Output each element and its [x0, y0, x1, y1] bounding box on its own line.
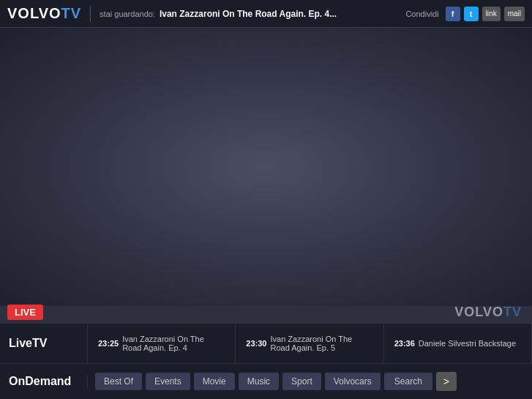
ondemand-movie-button[interactable]: Movie: [194, 373, 235, 390]
share-link-button[interactable]: link: [482, 7, 501, 21]
ondemand-buttons: Best Of Events Movie Music Sport Volvoca…: [88, 372, 532, 391]
ondemand-music-button[interactable]: Music: [239, 373, 279, 390]
stai-label: stai guardando:: [100, 10, 155, 18]
ondemand-volvocars-button[interactable]: Volvocars: [325, 373, 381, 390]
now-playing-title: Ivan Zazzaroni On The Road Again. Ep. 4.…: [160, 9, 337, 19]
livetv-time-3: 23:36: [394, 339, 415, 348]
livetv-title-3: Daniele Silvestri Backstage: [419, 339, 516, 348]
watermark-tv: TV: [503, 305, 522, 319]
watermark: VOLVOTV: [454, 305, 522, 320]
share-mail-button[interactable]: mail: [504, 7, 525, 21]
livetv-row: LiveTV 23:25 Ivan Zazzaroni On The Road …: [0, 324, 532, 364]
share-facebook-button[interactable]: f: [446, 7, 460, 21]
livetv-title-2: Ivan Zazzaroni On The Road Again. Ep. 5: [270, 335, 372, 352]
header-divider: [90, 6, 91, 22]
ondemand-row: OnDemand Best Of Events Movie Music Spor…: [0, 364, 532, 399]
logo-tv: TV: [61, 5, 82, 22]
video-area: [0, 28, 532, 306]
ondemand-bestof-button[interactable]: Best Of: [95, 373, 142, 390]
livetv-item-1[interactable]: 23:25 Ivan Zazzaroni On The Road Again. …: [88, 324, 236, 363]
share-area: Condividi f t link mail: [405, 7, 525, 21]
search-button[interactable]: Search: [384, 373, 432, 390]
ondemand-label: OnDemand: [0, 375, 88, 388]
ondemand-events-button[interactable]: Events: [146, 373, 190, 390]
livetv-time-1: 23:25: [98, 339, 119, 348]
ondemand-sport-button[interactable]: Sport: [282, 373, 321, 390]
logo-area: VOLVOTV: [7, 5, 81, 22]
search-arrow-button[interactable]: >: [436, 372, 457, 391]
livetv-time-2: 23:30: [246, 339, 266, 348]
livetv-item-3[interactable]: 23:36 Daniele Silvestri Backstage: [384, 324, 532, 363]
live-badge: LIVE: [7, 305, 43, 320]
bottom-nav: LiveTV 23:25 Ivan Zazzaroni On The Road …: [0, 324, 532, 399]
logo-volvo: VOLVO: [7, 5, 61, 22]
livetv-title-1: Ivan Zazzaroni On The Road Again. Ep. 4: [122, 335, 225, 352]
header: VOLVOTV stai guardando: Ivan Zazzaroni O…: [0, 0, 532, 28]
livetv-label: LiveTV: [0, 324, 88, 363]
share-twitter-button[interactable]: t: [464, 7, 479, 21]
livetv-items: 23:25 Ivan Zazzaroni On The Road Again. …: [88, 324, 532, 363]
livetv-item-2[interactable]: 23:30 Ivan Zazzaroni On The Road Again. …: [236, 324, 383, 363]
watermark-volvo: VOLVO: [454, 305, 503, 319]
condividi-label: Condividi: [405, 10, 438, 18]
